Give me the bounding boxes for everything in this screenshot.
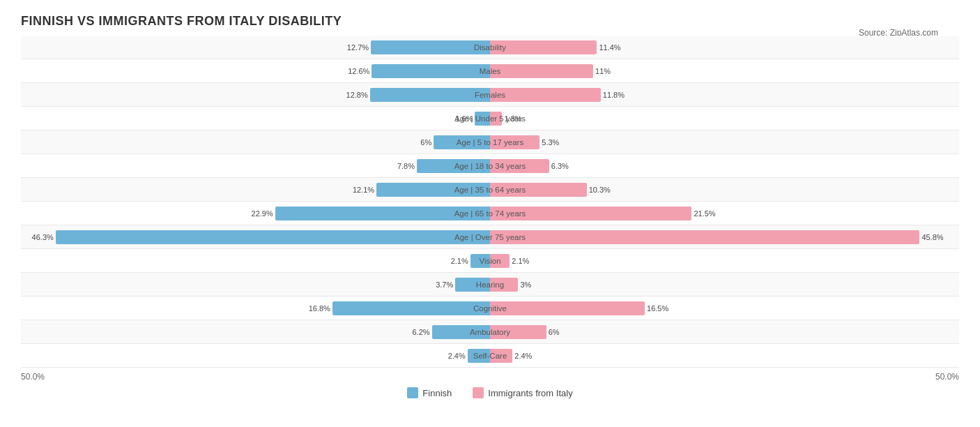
legend: Finnish Immigrants from Italy xyxy=(21,387,959,398)
bar-row: 12.1%10.3%Age | 35 to 64 years xyxy=(21,178,959,202)
value-left: 3.7% xyxy=(436,280,455,289)
right-side: 2.4% xyxy=(490,344,959,367)
right-side: 11% xyxy=(490,59,959,82)
bars-area: 7.8%6.3%Age | 18 to 34 years xyxy=(21,154,959,177)
value-left: 22.9% xyxy=(252,209,275,218)
bar-row: 12.7%11.4%Disability xyxy=(21,36,959,59)
legend-finnish: Finnish xyxy=(407,387,452,398)
right-side: 2.1% xyxy=(490,249,959,272)
value-left: 6% xyxy=(420,138,434,147)
value-right: 2.1% xyxy=(510,257,529,265)
axis-right: 50.0% xyxy=(490,372,959,382)
bar-left xyxy=(332,301,490,315)
bar-left xyxy=(371,40,490,54)
value-right: 10.3% xyxy=(587,186,611,194)
right-side: 11.4% xyxy=(490,36,959,59)
bar-left xyxy=(372,64,490,78)
bar-label: Disability xyxy=(474,43,506,52)
left-side: 6.2% xyxy=(21,320,490,343)
left-side: 22.9% xyxy=(21,202,490,225)
italy-legend-label: Immigrants from Italy xyxy=(488,388,572,398)
left-side: 12.7% xyxy=(21,36,490,59)
bars-area: 46.3%45.8%Age | Over 75 years xyxy=(21,225,959,248)
value-left: 2.1% xyxy=(451,257,470,265)
left-side: 12.6% xyxy=(21,59,490,82)
bar-label: Males xyxy=(480,67,501,75)
bar-row: 6%5.3%Age | 5 to 17 years xyxy=(21,130,959,154)
bar-row: 2.1%2.1%Vision xyxy=(21,249,959,273)
bar-row: 12.6%11%Males xyxy=(21,59,959,83)
bar-label: Females xyxy=(475,91,505,99)
bars-area: 3.7%3%Hearing xyxy=(21,273,959,296)
bars-area: 12.8%11.8%Females xyxy=(21,83,959,106)
bars-wrapper: 12.7%11.4%Disability12.6%11%Males12.8%11… xyxy=(21,36,959,368)
bar-row: 2.4%2.4%Self-Care xyxy=(21,344,959,368)
left-side: 3.7% xyxy=(21,273,490,296)
bar-row: 1.6%1.3%Age | Under 5 years xyxy=(21,107,959,130)
bars-area: 1.6%1.3%Age | Under 5 years xyxy=(21,107,959,130)
left-side: 16.8% xyxy=(21,297,490,320)
value-right: 3% xyxy=(518,280,531,289)
axis-left: 50.0% xyxy=(21,372,490,382)
bar-row: 7.8%6.3%Age | 18 to 34 years xyxy=(21,154,959,178)
bars-area: 22.9%21.5%Age | 65 to 74 years xyxy=(21,202,959,225)
bars-area: 12.7%11.4%Disability xyxy=(21,36,959,59)
bar-right xyxy=(490,40,597,54)
bar-label: Hearing xyxy=(476,280,504,289)
left-side: 6% xyxy=(21,130,490,153)
axis-row: 50.0% 50.0% xyxy=(21,368,959,382)
value-left: 16.8% xyxy=(309,304,332,313)
right-side: 21.5% xyxy=(490,202,959,225)
bar-label: Age | 5 to 17 years xyxy=(457,138,523,147)
bars-area: 12.1%10.3%Age | 35 to 64 years xyxy=(21,178,959,201)
value-right: 11.8% xyxy=(601,91,625,99)
italy-legend-box xyxy=(473,387,484,398)
bar-row: 16.8%16.5%Cognitive xyxy=(21,297,959,320)
right-side: 3% xyxy=(490,273,959,296)
right-side: 16.5% xyxy=(490,297,959,320)
bar-row: 46.3%45.8%Age | Over 75 years xyxy=(21,225,959,249)
finnish-legend-box xyxy=(407,387,418,398)
bars-area: 2.4%2.4%Self-Care xyxy=(21,344,959,367)
left-side: 46.3% xyxy=(21,225,490,248)
value-right: 11% xyxy=(593,67,611,75)
bar-label: Self-Care xyxy=(473,352,507,360)
value-left: 12.1% xyxy=(353,186,376,194)
bar-right xyxy=(490,301,645,315)
value-right: 11.4% xyxy=(597,43,620,52)
bars-area: 6.2%6%Ambulatory xyxy=(21,320,959,343)
right-side: 5.3% xyxy=(490,130,959,153)
left-side: 1.6% xyxy=(21,107,490,130)
right-side: 11.8% xyxy=(490,83,959,106)
bar-right xyxy=(490,64,593,78)
value-right: 6% xyxy=(546,328,560,336)
bar-row: 3.7%3%Hearing xyxy=(21,273,959,297)
right-side: 10.3% xyxy=(490,178,959,201)
value-right: 16.5% xyxy=(645,304,668,313)
left-side: 7.8% xyxy=(21,154,490,177)
chart-container: 12.7%11.4%Disability12.6%11%Males12.8%11… xyxy=(21,36,959,398)
value-right: 5.3% xyxy=(539,138,559,147)
value-right: 2.4% xyxy=(512,352,532,360)
value-right: 21.5% xyxy=(691,209,715,218)
left-side: 12.8% xyxy=(21,83,490,106)
bar-label: Vision xyxy=(479,257,500,265)
right-side: 6% xyxy=(490,320,959,343)
bar-right xyxy=(490,88,601,102)
bar-row: 22.9%21.5%Age | 65 to 74 years xyxy=(21,202,959,225)
value-right: 6.3% xyxy=(549,162,569,170)
chart-title: FINNISH VS IMMIGRANTS FROM ITALY DISABIL… xyxy=(21,14,959,29)
value-left: 6.2% xyxy=(412,328,431,336)
right-side: 45.8% xyxy=(490,225,959,248)
value-left: 12.6% xyxy=(348,67,372,75)
value-right: 45.8% xyxy=(919,233,943,241)
legend-italy: Immigrants from Italy xyxy=(473,387,572,398)
left-side: 12.1% xyxy=(21,178,490,201)
bar-label: Cognitive xyxy=(473,304,507,313)
value-left: 12.8% xyxy=(346,91,370,99)
bar-label: Age | Over 75 years xyxy=(454,233,526,241)
bar-left xyxy=(370,88,490,102)
left-side: 2.4% xyxy=(21,344,490,367)
bars-area: 12.6%11%Males xyxy=(21,59,959,82)
value-left: 2.4% xyxy=(448,352,468,360)
